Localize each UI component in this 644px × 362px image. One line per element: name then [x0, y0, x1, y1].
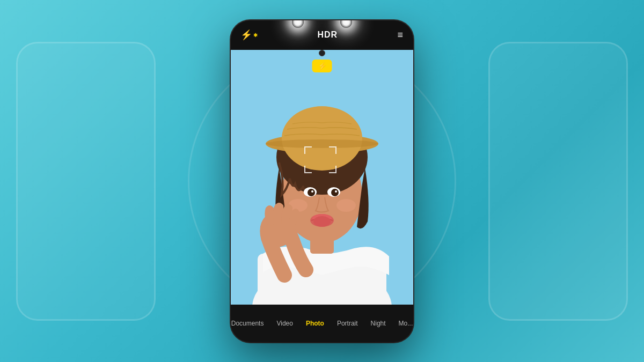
viewfinder-flash-icon: ⚡ [318, 62, 327, 70]
bg-silhouette-right [488, 42, 628, 321]
svg-point-17 [313, 216, 331, 227]
mode-documents[interactable]: Documents [231, 320, 270, 327]
flash-auto-icon[interactable]: ⚡ ✱ [240, 29, 258, 41]
svg-point-11 [308, 189, 315, 196]
mode-video[interactable]: Video [270, 320, 299, 327]
portrait-svg [231, 50, 413, 305]
mode-portrait[interactable]: Portrait [331, 320, 364, 327]
camera-subject: ⚡ [231, 50, 413, 305]
flash-star: ✱ [253, 32, 258, 38]
face-detection-box [304, 146, 336, 173]
mode-photo[interactable]: Photo [299, 320, 331, 327]
camera-mode-bar: Documents Video Photo Portrait Night Mo.… [231, 305, 413, 342]
flash-light-left [292, 20, 304, 28]
camera-notch [319, 50, 325, 56]
menu-icon[interactable]: ≡ [397, 29, 404, 41]
svg-point-14 [335, 190, 337, 193]
svg-point-19 [336, 199, 356, 212]
bg-silhouette-left [16, 42, 156, 321]
phone-device: ⚡ ✱ HDR ≡ [231, 20, 413, 342]
mode-night[interactable]: Night [364, 320, 392, 327]
flash-light-right [340, 20, 352, 28]
svg-point-13 [311, 190, 313, 193]
camera-viewfinder[interactable]: ⚡ [231, 50, 413, 305]
viewfinder-flash-badge[interactable]: ⚡ [312, 60, 332, 72]
flash-bolt: ⚡ [240, 29, 252, 41]
svg-point-12 [331, 189, 339, 196]
phone-flashes [231, 20, 413, 28]
mode-more[interactable]: Mo... [392, 320, 413, 327]
hdr-label[interactable]: HDR [317, 30, 338, 40]
